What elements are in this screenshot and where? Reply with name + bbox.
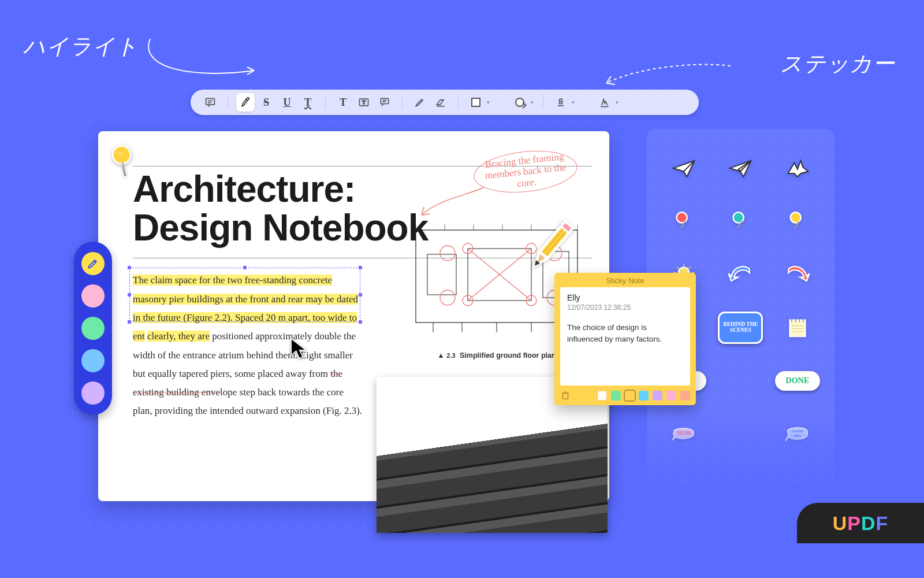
svg-text:YEAH: YEAH bbox=[677, 431, 691, 436]
color-swatch-blue[interactable] bbox=[81, 349, 105, 372]
svg-point-26 bbox=[440, 290, 455, 305]
sticker-notepad[interactable] bbox=[778, 312, 817, 344]
sticky-note-body: Elly 12/07/2023 12:36:25 The choice of d… bbox=[560, 287, 690, 386]
sticky-note-date: 12/07/2023 12:36:25 bbox=[567, 303, 683, 312]
sticker-behind-the-scenes[interactable]: BEHIND THE SCENES bbox=[718, 312, 763, 344]
toolbar-separator bbox=[325, 95, 326, 109]
sticker-pushpin-yellow[interactable] bbox=[778, 205, 817, 238]
sticky-note-header: Sticky Note bbox=[554, 273, 696, 287]
svg-line-59 bbox=[688, 267, 690, 269]
svg-point-49 bbox=[733, 212, 744, 223]
sticker-label: DONE bbox=[783, 375, 813, 387]
svg-point-76 bbox=[675, 482, 694, 495]
svg-line-58 bbox=[677, 267, 679, 269]
signature-tool-button[interactable] bbox=[595, 93, 614, 112]
document-body-text[interactable]: The claim space for the two free-standin… bbox=[133, 271, 364, 420]
shape-dropdown-caret[interactable]: ▾ bbox=[529, 99, 535, 105]
brand-logo: UPDF bbox=[797, 503, 924, 543]
sticker-yeah-bubble[interactable]: YEAH bbox=[665, 418, 703, 450]
eyedropper-button[interactable] bbox=[81, 252, 105, 275]
sticky-note-footer bbox=[554, 386, 696, 405]
callout-tool-button[interactable] bbox=[375, 93, 394, 112]
svg-rect-5 bbox=[381, 98, 388, 103]
sticky-color-swatch[interactable] bbox=[653, 391, 662, 401]
svg-point-9 bbox=[560, 99, 562, 102]
sticker-faded-rainbow[interactable] bbox=[721, 471, 759, 503]
sticker-faded-1[interactable] bbox=[665, 471, 703, 503]
stamp-dropdown-caret[interactable]: ▾ bbox=[570, 99, 576, 105]
sticker-faded-3[interactable] bbox=[778, 471, 817, 503]
rectangle-tool-button[interactable] bbox=[467, 93, 485, 112]
sticky-color-swatch[interactable] bbox=[625, 391, 635, 401]
sticky-note-popup[interactable]: Sticky Note Elly 12/07/2023 12:36:25 The… bbox=[554, 273, 696, 405]
annotation-toolbar: S U T T T ▾ ▾ ▾ ▾ bbox=[191, 90, 699, 115]
highlight-callout-arrow bbox=[139, 36, 266, 82]
toolbar-separator bbox=[228, 95, 228, 109]
color-palette-panel bbox=[74, 242, 112, 415]
svg-rect-21 bbox=[427, 254, 456, 295]
sticky-color-swatch[interactable] bbox=[666, 391, 676, 401]
rect-dropdown-caret[interactable]: ▾ bbox=[485, 99, 491, 105]
text-tool-button[interactable]: T bbox=[334, 93, 352, 112]
title-line-2: Design Notebook bbox=[133, 207, 428, 249]
sticker-done-badge[interactable]: DONE bbox=[775, 371, 820, 391]
highlight-callout-label: ハイライト bbox=[23, 32, 139, 61]
strikethrough-tool-button[interactable]: S bbox=[257, 93, 275, 112]
squiggly-tool-button[interactable]: T bbox=[299, 93, 317, 112]
sign-dropdown-caret[interactable]: ▾ bbox=[614, 99, 620, 105]
pencil-tool-button[interactable] bbox=[411, 93, 429, 112]
sticky-note-user: Elly bbox=[567, 293, 683, 302]
sticker-paper-plane-outline[interactable] bbox=[665, 152, 703, 184]
sticker-arrow-right-red[interactable] bbox=[778, 258, 817, 291]
color-swatch-green[interactable] bbox=[81, 317, 105, 340]
sticker-good-try-bubble[interactable]: GOODTRY bbox=[778, 418, 817, 450]
underline-tool-button[interactable]: U bbox=[278, 93, 296, 112]
sticker-label: BEHIND THE SCENES bbox=[720, 321, 761, 335]
sticker-pushpin-teal[interactable] bbox=[721, 205, 759, 238]
caption-fig-number: 2.3 bbox=[446, 352, 455, 359]
svg-rect-44 bbox=[563, 393, 568, 399]
color-swatch-pink[interactable] bbox=[81, 284, 105, 307]
svg-rect-0 bbox=[206, 98, 215, 105]
shape-tool-button[interactable] bbox=[511, 93, 529, 112]
toolbar-separator bbox=[402, 95, 403, 109]
toolbar-separator bbox=[458, 95, 459, 109]
color-swatch-purple[interactable] bbox=[81, 381, 105, 405]
toolbar-separator bbox=[543, 95, 543, 109]
svg-point-25 bbox=[440, 246, 455, 261]
svg-point-51 bbox=[790, 212, 800, 223]
comment-tool-button[interactable] bbox=[201, 93, 219, 112]
sticker-callout-label: ステッカー bbox=[780, 49, 895, 79]
sticker-callout-arrow bbox=[601, 61, 733, 90]
sticker-origami-crane[interactable] bbox=[778, 152, 817, 184]
sticker-paper-plane-solid[interactable] bbox=[721, 152, 759, 184]
sticker-arrow-left-blue[interactable] bbox=[721, 258, 759, 291]
svg-text:TRY: TRY bbox=[793, 433, 802, 438]
sticker-pushpin-red[interactable] bbox=[665, 205, 703, 238]
mouse-cursor-icon bbox=[289, 337, 308, 362]
sticky-note-text[interactable]: The choice of design is influenced by ma… bbox=[567, 322, 683, 346]
svg-text:T: T bbox=[362, 99, 366, 105]
sticky-color-swatch[interactable] bbox=[611, 391, 621, 401]
title-line-1: Architecture: bbox=[133, 168, 355, 210]
svg-point-77 bbox=[788, 482, 807, 495]
trash-icon[interactable] bbox=[560, 390, 571, 401]
eraser-tool-button[interactable] bbox=[431, 93, 450, 112]
sticky-color-swatch[interactable] bbox=[597, 391, 607, 401]
svg-rect-65 bbox=[789, 320, 805, 336]
highlighter-tool-button[interactable] bbox=[236, 93, 255, 112]
sticky-color-swatch[interactable] bbox=[680, 391, 690, 401]
caption-text: Simplified ground floor plan bbox=[460, 351, 556, 360]
sticky-color-swatch[interactable] bbox=[639, 391, 649, 401]
svg-text:GOOD: GOOD bbox=[792, 429, 804, 433]
highlighted-text-tail[interactable]: clearly, they are bbox=[147, 331, 210, 342]
stamp-tool-button[interactable] bbox=[552, 93, 570, 112]
svg-point-47 bbox=[677, 212, 687, 223]
textbox-tool-button[interactable]: T bbox=[355, 93, 373, 112]
